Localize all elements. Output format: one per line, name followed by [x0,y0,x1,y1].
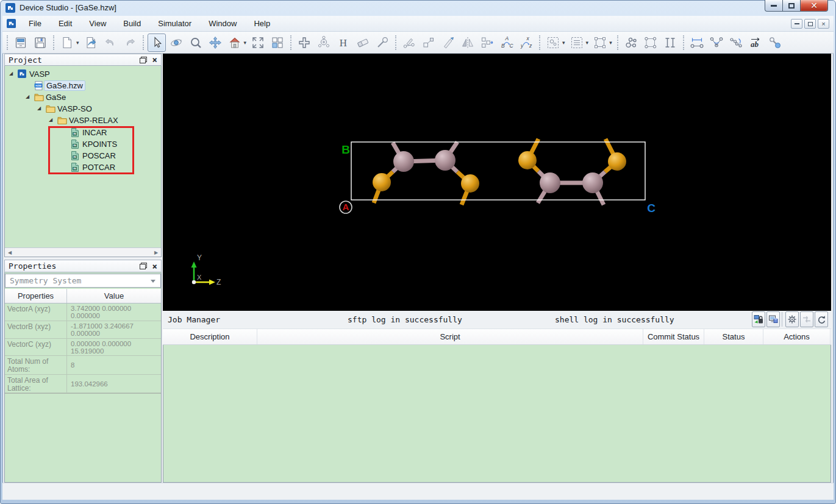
home-view-dropdown[interactable]: ▾ [244,40,247,46]
swap-axes-bc-button[interactable]: BCA [498,34,516,52]
fit-view-button[interactable] [249,34,267,52]
toolbar-group-handle[interactable] [143,35,144,50]
job-transfer-button[interactable] [800,311,813,327]
measure-angle-button[interactable] [707,34,726,52]
build-lattice-button[interactable] [661,34,679,52]
open-project-button[interactable] [12,34,30,52]
scroll-left-icon[interactable]: ◀ [5,249,15,257]
job-settings-button[interactable] [785,311,799,327]
save-button[interactable] [31,34,49,52]
close-button[interactable]: ✕ [801,0,828,12]
lattice-menu-button[interactable] [591,34,609,52]
job-refresh-button[interactable] [815,311,828,327]
toolbar-group-handle[interactable] [617,35,618,50]
project-float-button[interactable] [140,57,147,63]
toolbar-group-handle[interactable] [395,35,396,50]
project-horizontal-scrollbar[interactable]: ◀ ▶ [5,247,161,257]
pan-tool-button[interactable] [206,34,224,52]
atom-Ga[interactable] [540,172,560,193]
select-atoms-menu-dropdown[interactable]: ▾ [562,40,565,46]
modify-tool-button[interactable] [439,34,457,52]
symmetry-system-select[interactable]: Symmetry System [5,274,161,288]
mdi-close-button[interactable]: × [818,19,829,29]
atom-Ga[interactable] [393,151,414,172]
job-col-description[interactable]: Description [163,329,257,344]
atom-Ga[interactable] [582,172,603,193]
tree-expand-icon[interactable]: ◢ [9,71,13,76]
atom-Se[interactable] [461,174,479,193]
erase-tool-button[interactable] [354,34,372,52]
export-file-button[interactable] [82,34,100,52]
undo-button[interactable] [101,34,120,52]
atom-Se[interactable] [373,173,391,191]
toolbar-group-handle[interactable] [539,35,540,50]
atom-Ga[interactable] [435,150,456,171]
new-file-button[interactable] [58,34,76,52]
select-atoms-menu-button[interactable] [544,34,562,52]
tree-expand-icon[interactable]: ◢ [37,105,41,111]
move-atom-button[interactable] [420,34,438,52]
bond-tool-button[interactable] [373,34,391,52]
tile-windows-button[interactable] [268,34,287,52]
add-atom-button[interactable] [315,34,333,52]
project-panel-title: Project [9,55,42,65]
measure-distance-button[interactable] [688,34,706,52]
properties-float-button[interactable] [140,263,147,269]
job-col-status[interactable]: Status [704,329,763,344]
tree-item-gase-hzw[interactable]: HZWGaSe.hzw [5,80,161,91]
mdi-minimize-button[interactable] [791,19,802,29]
menu-build[interactable]: Build [115,16,149,30]
menu-file[interactable]: File [20,16,50,30]
new-file-dropdown[interactable]: ▾ [76,40,79,46]
job-col-actions[interactable]: Actions [763,329,831,344]
atom-Se[interactable] [518,151,537,169]
job-remote-connect-button[interactable] [752,311,765,327]
redo-button[interactable] [121,34,139,52]
swap-axes-xz-button[interactable]: yzx [517,34,535,52]
menu-simulator[interactable]: Simulator [149,16,200,30]
mirror-tool-button[interactable] [459,34,477,52]
tree-item-vasp-so[interactable]: ◢VASP-SO [5,103,161,115]
toolbar-group-handle[interactable] [290,35,291,50]
edit-bond-button[interactable] [400,34,418,52]
menu-edit[interactable]: Edit [50,16,80,30]
toolbar-group-handle[interactable] [683,35,684,50]
tree-item-vasp[interactable]: ◢VASP [5,68,161,80]
toolbar-group-handle[interactable] [7,35,8,50]
vector-labels-button[interactable]: ab [746,34,765,52]
lattice-menu-dropdown[interactable]: ▾ [609,40,612,46]
menu-view[interactable]: View [80,16,115,30]
menu-help[interactable]: Help [245,16,279,30]
build-cluster-button[interactable] [622,34,640,52]
toolbar-group-handle[interactable] [53,35,54,50]
bond-probe-button[interactable] [766,34,784,52]
select-tool-button[interactable] [148,34,166,52]
properties-close-button[interactable]: × [152,262,157,271]
add-hydrogen-button[interactable]: H [334,34,352,52]
project-close-button[interactable]: × [152,55,157,64]
mdi-restore-button[interactable] [804,19,816,29]
atom-Se[interactable] [608,152,626,171]
scroll-right-icon[interactable]: ▶ [151,249,161,257]
align-menu-button[interactable] [568,34,586,52]
minimize-button[interactable] [765,0,783,12]
build-supercell-button[interactable] [641,34,660,52]
tree-item-gase[interactable]: ◢GaSe [5,91,161,103]
job-col-script[interactable]: Script [257,329,643,344]
transform-cell-button[interactable] [478,34,496,52]
measure-dihedral-button[interactable] [727,34,745,52]
job-col-commit-status[interactable]: Commit Status [643,329,704,344]
tree-expand-icon[interactable]: ◢ [26,94,29,99]
tree-item-vasp-relax[interactable]: ◢VASP-RELAX [5,115,161,126]
align-menu-dropdown[interactable]: ▾ [586,40,589,46]
home-view-button[interactable] [226,34,244,52]
job-remote-desktop-button[interactable] [766,311,780,327]
zoom-tool-button[interactable] [187,34,205,52]
tree-expand-icon[interactable]: ◢ [49,117,52,122]
tree-item-label: GaSe [46,93,66,102]
add-fragment-button[interactable] [295,34,313,52]
maximize-button[interactable] [783,0,801,12]
rotate-tool-button[interactable] [167,34,185,52]
structure-viewport[interactable]: BAC Y Z X [163,54,831,311]
menu-window[interactable]: Window [200,16,245,30]
